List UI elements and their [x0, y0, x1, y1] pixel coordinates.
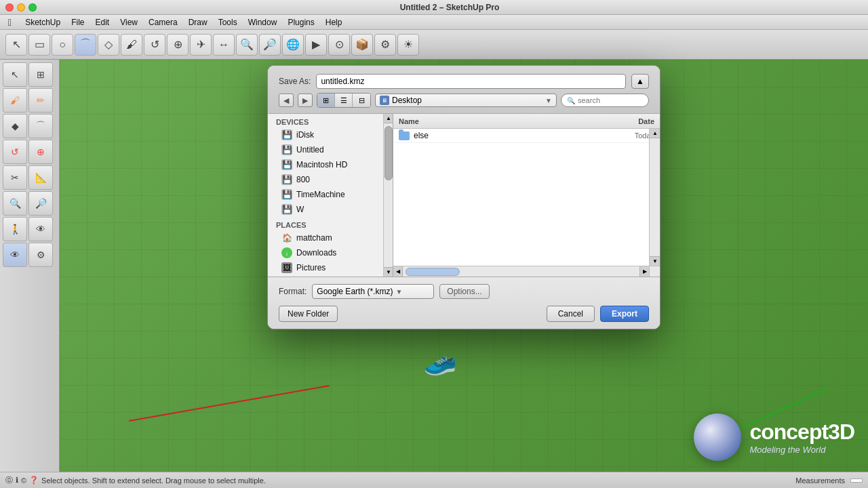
sidebar-item-800[interactable]: 💾 800: [268, 172, 393, 187]
h-scroll-thumb[interactable]: [406, 268, 460, 276]
tool-orbit[interactable]: 🌐: [282, 34, 304, 56]
tool-sidebar-arc[interactable]: ⌒: [28, 114, 53, 138]
column-view-button[interactable]: ⊟: [353, 94, 370, 107]
tool-circle[interactable]: ○: [52, 34, 73, 56]
tool-rotate[interactable]: ↺: [144, 34, 165, 56]
menu-camera[interactable]: Camera: [143, 18, 183, 27]
menu-file[interactable]: File: [66, 18, 90, 27]
tool-sidebar-eye[interactable]: 👁: [3, 243, 27, 267]
tool-move[interactable]: ✈: [190, 34, 212, 56]
tool-sidebar-paint[interactable]: 🖌: [3, 88, 27, 113]
nav-row: ◀ ▶ ⊞ ☰ ⊟ 🖥 Desktop ▼ 🔍: [279, 93, 649, 108]
800-icon: 💾: [281, 174, 292, 185]
sidebar-item-downloads[interactable]: ↓ Downloads: [268, 245, 393, 260]
menu-draw[interactable]: Draw: [183, 18, 213, 27]
v-scroll-up-arrow[interactable]: ▲: [650, 129, 660, 138]
back-button[interactable]: ◀: [279, 94, 294, 107]
tool-sidebar-rotate[interactable]: ↺: [3, 140, 27, 164]
file-list: else Today: [393, 129, 660, 266]
sidebar-label-macintosh-hd: Macintosh HD: [296, 160, 347, 169]
icon-view-button[interactable]: ⊞: [317, 94, 335, 107]
new-folder-button[interactable]: New Folder: [279, 306, 338, 322]
tool-section[interactable]: ⊙: [328, 34, 350, 56]
tool-sidebar-eraser[interactable]: ✏: [28, 88, 53, 113]
tool-sidebar-pan[interactable]: 🚶: [3, 217, 27, 241]
tool-material[interactable]: ⚙: [374, 34, 396, 56]
sidebar-item-mattcham[interactable]: 🏠 mattcham: [268, 230, 393, 245]
list-view-button[interactable]: ☰: [335, 94, 353, 107]
sidebar-label-w: W: [296, 205, 304, 214]
forward-button[interactable]: ▶: [298, 94, 313, 107]
tool-shadow[interactable]: ☀: [397, 34, 419, 56]
tool-offset[interactable]: ↔: [213, 34, 235, 56]
scroll-right-arrow[interactable]: ▶: [639, 266, 649, 277]
tool-rect[interactable]: ▭: [28, 34, 50, 56]
cancel-button[interactable]: Cancel: [547, 306, 595, 322]
sidebar-item-idisk[interactable]: 💾 iDisk: [268, 127, 393, 142]
tool-arc[interactable]: ⌒: [75, 34, 96, 56]
options-button[interactable]: Options...: [439, 284, 489, 299]
tool-paint[interactable]: 🖌: [121, 34, 142, 56]
apple-menu[interactable]: : [3, 17, 17, 28]
devices-header: DEVICES: [268, 114, 393, 127]
tool-sidebar-zoom[interactable]: 🔍: [3, 191, 27, 216]
sidebar-item-untitled[interactable]: 💾 Untitled: [268, 142, 393, 157]
menu-view[interactable]: View: [115, 18, 143, 27]
sidebar-label-timemachine: TimeMachine: [296, 190, 345, 199]
tool-push[interactable]: ◇: [98, 34, 119, 56]
tool-sidebar-line[interactable]: ◆: [3, 114, 27, 138]
tool-sidebar-select[interactable]: ↖: [3, 62, 27, 87]
tool-scale[interactable]: ⊕: [167, 34, 189, 56]
menu-window[interactable]: Window: [243, 18, 283, 27]
info-icon: ℹ: [16, 476, 18, 485]
maximize-button[interactable]: [28, 3, 37, 12]
scroll-thumb[interactable]: [384, 126, 393, 180]
window-title: Untitled 2 – SketchUp Pro: [37, 3, 863, 12]
tool-zoom-extent[interactable]: 🔎: [259, 34, 281, 56]
sidebar-item-pictures[interactable]: 🖼 Pictures: [268, 260, 393, 275]
tool-sidebar-extra[interactable]: ⚙: [28, 243, 53, 267]
v-scroll-down-arrow[interactable]: ▼: [650, 256, 660, 266]
tool-component[interactable]: 📦: [351, 34, 373, 56]
tool-sidebar-move[interactable]: ⊕: [28, 140, 53, 164]
untitled-icon: 💾: [281, 144, 292, 155]
scroll-down-arrow[interactable]: ▼: [384, 267, 393, 277]
tool-sidebar-measure[interactable]: 📐: [28, 165, 53, 190]
tool-select[interactable]: ↖: [5, 34, 27, 56]
status-right: Measurements: [795, 476, 863, 485]
menu-sketchup[interactable]: SketchUp: [20, 18, 66, 27]
menu-edit[interactable]: Edit: [90, 18, 115, 27]
scroll-left-arrow[interactable]: ◀: [393, 266, 403, 277]
tool-sidebar-walk[interactable]: 👁: [28, 217, 53, 241]
format-selector[interactable]: Google Earth (*.kmz) ▼: [312, 284, 434, 299]
dialog-header: Save As: ▲ ◀ ▶ ⊞ ☰ ⊟ 🖥 Desktop ▼: [268, 66, 660, 114]
tool-sidebar-push[interactable]: ✂: [3, 165, 27, 190]
tool-zoom[interactable]: 🔍: [236, 34, 258, 56]
close-button[interactable]: [5, 3, 14, 12]
export-button[interactable]: Export: [600, 306, 649, 322]
tool-sidebar-camera[interactable]: ⊞: [28, 62, 53, 87]
menu-bar:  SketchUp File Edit View Camera Draw To…: [0, 15, 868, 30]
menu-help[interactable]: Help: [320, 18, 348, 27]
search-input[interactable]: [578, 96, 643, 104]
sidebar-item-macintosh-hd[interactable]: 💾 Macintosh HD: [268, 157, 393, 172]
sidebar-item-w[interactable]: 💾 W: [268, 202, 393, 217]
places-header: PLACES: [268, 217, 393, 230]
tool-walk[interactable]: ▶: [305, 34, 327, 56]
sidebar-item-timemachine[interactable]: 💾 TimeMachine: [268, 187, 393, 202]
format-label: Format:: [279, 287, 307, 296]
file-pane-header: Name Date: [393, 114, 660, 129]
main-toolbar: ↖ ▭ ○ ⌒ ◇ 🖌 ↺ ⊕ ✈ ↔ 🔍 🔎 🌐 ▶ ⊙ 📦 ⚙ ☀: [0, 30, 868, 60]
file-row[interactable]: else Today: [393, 129, 660, 143]
menu-plugins[interactable]: Plugins: [282, 18, 319, 27]
minimize-button[interactable]: [17, 3, 25, 12]
tool-sidebar-zoom2[interactable]: 🔎: [28, 191, 53, 216]
search-box[interactable]: 🔍: [561, 94, 649, 107]
scroll-up-arrow[interactable]: ▲: [384, 114, 393, 123]
location-selector[interactable]: 🖥 Desktop ▼: [375, 94, 557, 107]
idisk-icon: 💾: [281, 129, 292, 140]
options-label: Options...: [447, 287, 481, 296]
menu-tools[interactable]: Tools: [213, 18, 243, 27]
up-folder-button[interactable]: ▲: [631, 74, 649, 89]
filename-input[interactable]: [316, 74, 626, 89]
